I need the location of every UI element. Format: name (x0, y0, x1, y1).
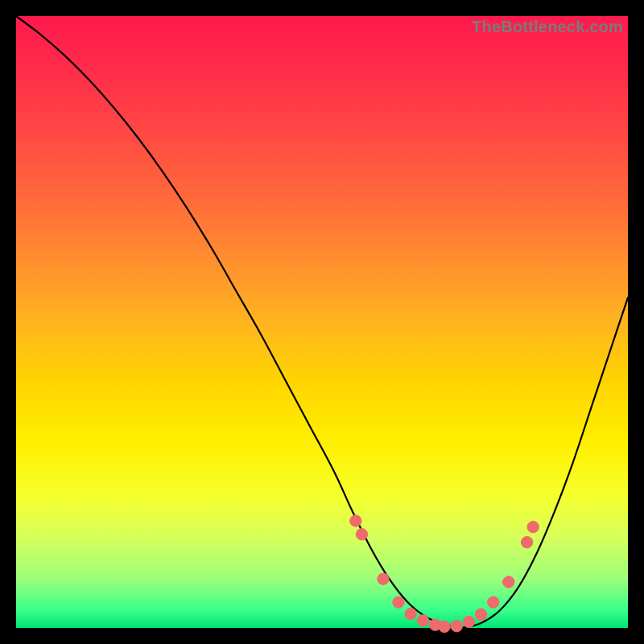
highlight-dot (417, 615, 428, 626)
highlight-dot (350, 515, 361, 526)
highlight-dot (488, 597, 499, 608)
chart-frame: TheBottleneck.com (0, 0, 644, 644)
highlight-dots (350, 515, 539, 633)
highlight-dot (393, 597, 404, 608)
highlight-dot (405, 608, 416, 619)
highlight-dot (439, 621, 450, 632)
highlight-dot (378, 573, 389, 584)
highlight-dot (527, 521, 539, 532)
highlight-dot (463, 616, 474, 627)
highlight-dot (356, 529, 367, 540)
highlight-dot (521, 536, 532, 547)
curve-svg (16, 16, 628, 628)
highlight-dot (475, 609, 486, 620)
plot-area: TheBottleneck.com (16, 16, 628, 628)
highlight-dot (451, 621, 462, 632)
bottleneck-curve (16, 16, 628, 627)
highlight-dot (503, 576, 514, 588)
